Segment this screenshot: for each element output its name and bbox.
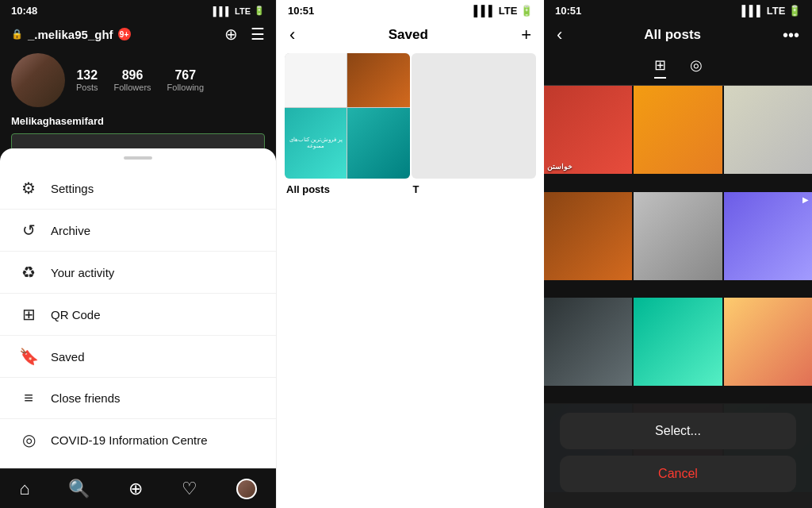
menu-drawer: ⚙ Settings ↺ Archive ♻ Your activity ⊞ Q… bbox=[0, 148, 276, 468]
network-type-1: LTE bbox=[235, 6, 251, 16]
status-icons-1: ▌▌▌ LTE 🔋 bbox=[213, 6, 265, 16]
settings-label: Settings bbox=[51, 182, 94, 195]
following-stat[interactable]: 767 Following bbox=[167, 68, 204, 92]
saved-title: Saved bbox=[389, 27, 428, 43]
archive-icon: ↺ bbox=[19, 221, 38, 240]
menu-item-qr-code[interactable]: ⊞ QR Code bbox=[0, 294, 276, 336]
time-2: 10:51 bbox=[288, 5, 314, 17]
notification-badge: 9+ bbox=[118, 28, 131, 40]
status-icons-3: ▌▌▌ LTE 🔋 bbox=[742, 5, 801, 17]
qr-code-icon: ⊞ bbox=[19, 305, 38, 324]
signal-icon-1: ▌▌▌ bbox=[213, 6, 232, 16]
more-options-icon[interactable]: ••• bbox=[783, 26, 799, 44]
posts-count: 132 bbox=[76, 68, 98, 83]
menu-item-your-activity[interactable]: ♻ Your activity bbox=[0, 252, 276, 294]
saved-label: Saved bbox=[51, 350, 85, 364]
settings-icon: ⚙ bbox=[19, 179, 38, 198]
heart-icon[interactable]: ♡ bbox=[182, 479, 197, 499]
post-cell-6[interactable]: ▶ bbox=[724, 192, 812, 280]
tag-view-icon[interactable]: ◎ bbox=[690, 56, 703, 79]
followers-label: Followers bbox=[114, 83, 151, 92]
thumb-cell-3: پر فروش‌ترین کتاب‌های ممنوعه bbox=[285, 108, 347, 178]
select-button[interactable]: Select... bbox=[560, 413, 796, 449]
posts-label: Posts bbox=[76, 83, 98, 92]
username-row: 🔒 _.melika95_ghf 9+ bbox=[11, 28, 131, 41]
post-cell-8[interactable] bbox=[634, 298, 722, 386]
add-icon[interactable]: ⊕ bbox=[128, 479, 143, 499]
saved-collections-grid: پر فروش‌ترین کتاب‌های ممنوعه All posts T bbox=[277, 53, 544, 195]
menu-item-settings[interactable]: ⚙ Settings bbox=[0, 167, 276, 210]
add-post-icon[interactable]: ⊕ bbox=[224, 25, 238, 44]
posts-stat[interactable]: 132 Posts bbox=[76, 68, 98, 92]
close-friends-label: Close friends bbox=[51, 391, 121, 405]
menu-item-covid[interactable]: ◎ COVID-19 Information Centre bbox=[0, 419, 276, 460]
grid-view-icon[interactable]: ⊞ bbox=[654, 56, 666, 79]
all-posts-thumbnail: پر فروش‌ترین کتاب‌های ممنوعه bbox=[285, 53, 410, 179]
thumb-cell-4 bbox=[347, 108, 409, 178]
status-bar-1: 10:48 ▌▌▌ LTE 🔋 bbox=[0, 0, 276, 21]
saved-icon: 🔖 bbox=[19, 347, 38, 366]
back-button-saved[interactable]: ‹ bbox=[289, 25, 295, 45]
collection-t[interactable]: T bbox=[412, 53, 537, 195]
status-bar-3: 10:51 ▌▌▌ LTE 🔋 bbox=[544, 0, 812, 21]
status-bar-2: 10:51 ▌▌▌ LTE 🔋 bbox=[277, 0, 544, 21]
time-1: 10:48 bbox=[11, 5, 37, 17]
archive-label: Archive bbox=[51, 224, 90, 237]
network-type-3: LTE bbox=[767, 5, 786, 17]
qr-code-label: QR Code bbox=[51, 308, 101, 321]
followers-stat[interactable]: 896 Followers bbox=[114, 68, 151, 92]
username-text: _.melika95_ghf bbox=[28, 28, 113, 41]
post-cell-9[interactable] bbox=[724, 298, 812, 386]
post-cell-7[interactable] bbox=[544, 298, 632, 386]
view-toggle: ⊞ ◎ bbox=[544, 52, 812, 86]
covid-label: COVID-19 Information Centre bbox=[51, 433, 208, 447]
video-indicator-6: ▶ bbox=[802, 195, 809, 204]
signal-icon-3: ▌▌▌ bbox=[742, 5, 767, 17]
status-icons-2: ▌▌▌ LTE 🔋 bbox=[474, 5, 533, 17]
saved-topbar: ‹ Saved + bbox=[277, 21, 544, 53]
display-name: Melikaghasemifard bbox=[0, 112, 276, 130]
thumb-cell-2 bbox=[347, 53, 409, 107]
close-friends-icon: ≡ bbox=[19, 389, 38, 407]
lock-icon: 🔒 bbox=[11, 29, 23, 40]
post-cell-4[interactable] bbox=[544, 192, 632, 280]
menu-item-saved[interactable]: 🔖 Saved bbox=[0, 336, 276, 378]
battery-icon-2: 🔋 bbox=[520, 5, 533, 17]
post-cell-1[interactable]: خواستن bbox=[544, 86, 632, 174]
menu-item-close-friends[interactable]: ≡ Close friends bbox=[0, 378, 276, 419]
collection-all-posts[interactable]: پر فروش‌ترین کتاب‌های ممنوعه All posts bbox=[285, 53, 410, 195]
all-posts-title: All posts bbox=[644, 27, 701, 43]
time-3: 10:51 bbox=[555, 5, 581, 17]
home-icon[interactable]: ⌂ bbox=[19, 479, 29, 499]
all-posts-panel: 10:51 ▌▌▌ LTE 🔋 ‹ All posts ••• ⊞ ◎ خواس… bbox=[544, 0, 812, 508]
action-bottom-sheet: Select... Cancel bbox=[544, 403, 812, 508]
all-posts-topbar: ‹ All posts ••• bbox=[544, 21, 812, 52]
drawer-handle bbox=[124, 156, 152, 160]
post-cell-3[interactable] bbox=[724, 86, 812, 174]
add-collection-button[interactable]: + bbox=[521, 25, 531, 45]
profile-stats-row: 132 Posts 896 Followers 767 Following bbox=[0, 48, 276, 112]
followers-count: 896 bbox=[122, 68, 144, 83]
post-cell-5[interactable] bbox=[634, 192, 722, 280]
post-cell-2[interactable] bbox=[634, 86, 722, 174]
header-action-icons: ⊕ ☰ bbox=[224, 25, 265, 44]
network-type-2: LTE bbox=[499, 5, 518, 17]
profile-header: 🔒 _.melika95_ghf 9+ ⊕ ☰ bbox=[0, 21, 276, 48]
covid-icon: ◎ bbox=[19, 430, 38, 449]
all-posts-label: All posts bbox=[285, 183, 330, 195]
following-label: Following bbox=[167, 83, 204, 92]
t-thumbnail bbox=[412, 53, 537, 179]
avatar bbox=[11, 53, 65, 107]
menu-icon[interactable]: ☰ bbox=[251, 25, 265, 44]
menu-item-archive[interactable]: ↺ Archive bbox=[0, 210, 276, 252]
your-activity-label: Your activity bbox=[51, 266, 114, 279]
cancel-button[interactable]: Cancel bbox=[560, 456, 796, 492]
post-text-1: خواستن bbox=[547, 163, 573, 171]
search-nav-icon[interactable]: 🔍 bbox=[68, 479, 90, 499]
thumb-cell-1 bbox=[285, 53, 347, 107]
battery-icon-1: 🔋 bbox=[254, 6, 265, 16]
following-count: 767 bbox=[174, 68, 196, 83]
nav-avatar[interactable] bbox=[236, 479, 257, 499]
back-button-all-posts[interactable]: ‹ bbox=[557, 25, 562, 45]
profile-panel: 10:48 ▌▌▌ LTE 🔋 🔒 _.melika95_ghf 9+ ⊕ ☰ … bbox=[0, 0, 276, 508]
